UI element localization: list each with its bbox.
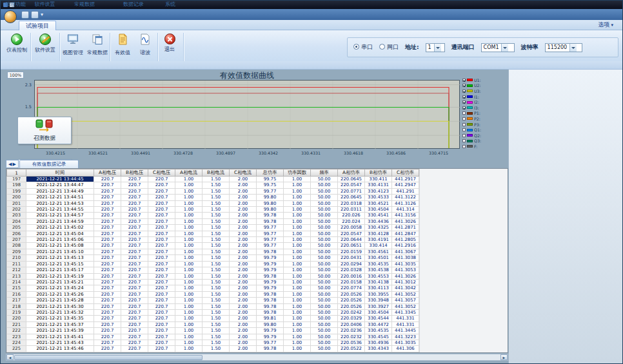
value-cell[interactable]: 99.79: [257, 261, 284, 267]
value-cell[interactable]: 2.00: [230, 303, 257, 309]
row-number-cell[interactable]: 198: [7, 182, 26, 188]
column-header[interactable]: 总功率: [257, 169, 284, 177]
time-cell[interactable]: 2021-12-21 13:45:46: [26, 346, 94, 352]
value-cell[interactable]: 99.80: [257, 195, 284, 200]
value-cell[interactable]: 220.7: [94, 303, 121, 309]
table-row[interactable]: 2072021-12-21 13:45:06220.7220.7220.71.0…: [7, 237, 419, 243]
value-cell[interactable]: 330.4545: [365, 334, 392, 340]
value-cell[interactable]: 99.78: [257, 249, 284, 254]
row-number-cell[interactable]: 222: [7, 328, 26, 334]
value-cell[interactable]: 220.7: [94, 291, 121, 297]
value-cell[interactable]: 330.411: [365, 177, 392, 182]
value-cell[interactable]: 1.50: [203, 237, 230, 243]
value-cell[interactable]: 441.3038: [392, 255, 419, 261]
legend-checkbox[interactable]: [462, 111, 466, 115]
value-cell[interactable]: 2.00: [230, 321, 257, 327]
value-cell[interactable]: 99.78: [257, 273, 284, 279]
row-number-cell[interactable]: 214: [7, 279, 26, 285]
value-cell[interactable]: 441.3445: [392, 328, 419, 334]
value-cell[interactable]: 220.0232: [338, 334, 365, 340]
value-cell[interactable]: 99.78: [257, 213, 284, 218]
value-cell[interactable]: 50.00: [311, 334, 338, 340]
table-row[interactable]: 2052021-12-21 13:45:02220.7220.7220.71.0…: [7, 225, 419, 231]
value-cell[interactable]: 220.0158: [338, 279, 365, 285]
value-cell[interactable]: 330.4138: [365, 279, 392, 285]
value-cell[interactable]: 220.7: [148, 213, 175, 218]
row-number-cell[interactable]: 223: [7, 334, 26, 340]
value-cell[interactable]: 220.7: [148, 255, 175, 261]
value-cell[interactable]: 50.00: [311, 213, 338, 218]
row-number-cell[interactable]: 210: [7, 255, 26, 261]
row-number-cell[interactable]: 217: [7, 298, 26, 303]
value-cell[interactable]: 1.00: [284, 231, 311, 236]
value-cell[interactable]: 441.3012: [392, 279, 419, 285]
value-cell[interactable]: 50.00: [311, 195, 338, 200]
value-cell[interactable]: 1.00: [284, 321, 311, 327]
value-cell[interactable]: 1.00: [175, 207, 203, 213]
table-row[interactable]: 2142021-12-21 13:45:21220.7220.7220.71.0…: [7, 279, 419, 285]
value-cell[interactable]: 220.0406: [338, 321, 365, 327]
legend-item[interactable]: I1:: [462, 94, 496, 100]
value-cell[interactable]: 220.7: [121, 346, 148, 352]
value-cell[interactable]: 441.3156: [392, 213, 419, 218]
column-header[interactable]: B相电流: [203, 169, 230, 177]
value-cell[interactable]: 1.00: [175, 237, 203, 243]
value-cell[interactable]: 50.00: [311, 298, 338, 303]
legend-item[interactable]: I2:: [462, 99, 496, 105]
table-row[interactable]: 1972021-12-21 13:44:45220.7220.7220.71.0…: [7, 177, 419, 182]
time-cell[interactable]: 2021-12-21 13:44:47: [26, 182, 94, 188]
time-cell[interactable]: 2021-12-21 13:45:43: [26, 340, 94, 345]
value-cell[interactable]: 99.79: [257, 285, 284, 291]
value-cell[interactable]: 2.00: [230, 316, 257, 321]
table-row[interactable]: 2012021-12-21 13:44:53220.7220.7220.71.0…: [7, 200, 419, 206]
row-number-cell[interactable]: 225: [7, 346, 26, 352]
value-cell[interactable]: 220.7: [121, 261, 148, 267]
tab-project[interactable]: 试验项目: [19, 21, 56, 30]
value-cell[interactable]: 99.79: [257, 255, 284, 261]
value-cell[interactable]: 2.00: [230, 218, 257, 224]
value-cell[interactable]: 99.80: [257, 207, 284, 213]
legend-checkbox[interactable]: [462, 84, 466, 87]
value-cell[interactable]: 220.0522: [338, 346, 365, 352]
value-cell[interactable]: 50.00: [311, 328, 338, 334]
row-number-cell[interactable]: 205: [7, 225, 26, 231]
value-cell[interactable]: 2.00: [230, 231, 257, 236]
time-cell[interactable]: 2021-12-21 13:45:32: [26, 309, 94, 315]
value-cell[interactable]: 1.50: [203, 182, 230, 188]
value-cell[interactable]: 99.75: [257, 182, 284, 188]
value-cell[interactable]: 220.7: [121, 285, 148, 291]
value-cell[interactable]: 1.00: [175, 346, 203, 352]
value-cell[interactable]: 220.7: [121, 225, 148, 231]
value-cell[interactable]: 330.414: [365, 243, 392, 249]
horizontal-scrollbar[interactable]: [6, 354, 508, 361]
table-row[interactable]: 2092021-12-21 13:45:10220.7220.7220.71.0…: [7, 249, 419, 254]
legend-checkbox[interactable]: [462, 90, 466, 93]
value-cell[interactable]: 220.7: [148, 291, 175, 297]
value-cell[interactable]: 220.0536: [338, 340, 365, 345]
value-cell[interactable]: 220.7: [94, 309, 121, 315]
value-cell[interactable]: 50.00: [311, 182, 338, 188]
value-cell[interactable]: 220.7: [94, 231, 121, 236]
legend-item[interactable]: P2:: [462, 116, 496, 122]
value-cell[interactable]: 1.00: [175, 321, 203, 327]
value-cell[interactable]: 330.4541: [365, 213, 392, 218]
qat-customize-caret-icon[interactable]: [41, 12, 43, 17]
value-cell[interactable]: 220.7: [148, 273, 175, 279]
value-cell[interactable]: 50.00: [311, 309, 338, 315]
time-cell[interactable]: 2021-12-21 13:45:21: [26, 279, 94, 285]
time-cell[interactable]: 2021-12-21 13:45:41: [26, 334, 94, 340]
column-header[interactable]: C相电压: [148, 169, 175, 177]
row-number-cell[interactable]: 200: [7, 195, 26, 200]
column-header[interactable]: 功率因数: [284, 169, 311, 177]
value-cell[interactable]: 220.7: [121, 273, 148, 279]
value-cell[interactable]: 99.77: [257, 188, 284, 194]
value-cell[interactable]: 99.78: [257, 291, 284, 297]
legend-item[interactable]: Q2:: [462, 133, 496, 139]
value-cell[interactable]: 330.4504: [365, 207, 392, 213]
value-cell[interactable]: 220.7: [148, 316, 175, 321]
column-header[interactable]: A相功率: [338, 169, 365, 177]
table-row[interactable]: 2232021-12-21 13:45:41220.7220.7220.71.0…: [7, 334, 419, 340]
value-cell[interactable]: 441.3026: [392, 218, 419, 224]
value-cell[interactable]: 1.50: [203, 309, 230, 315]
value-cell[interactable]: 99.80: [257, 321, 284, 327]
